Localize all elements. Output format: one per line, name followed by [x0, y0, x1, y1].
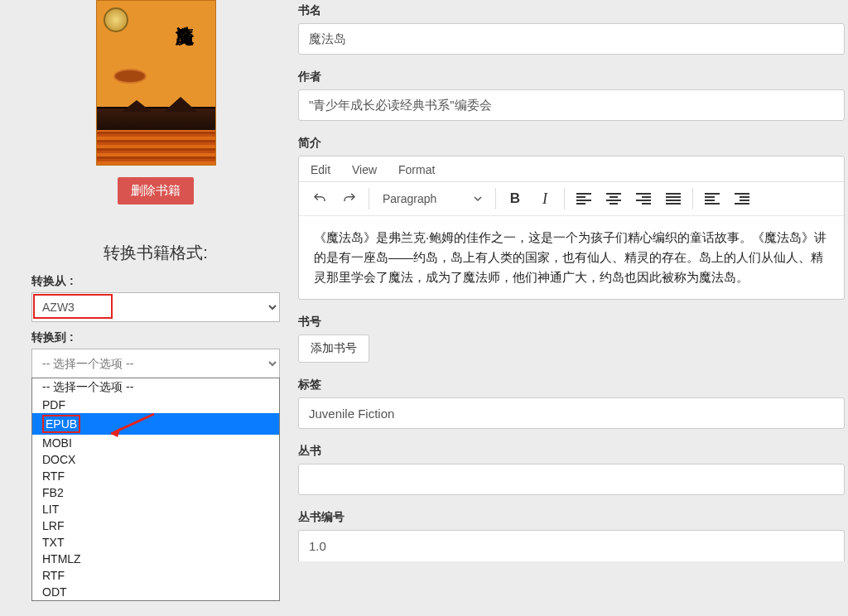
- series-no-label: 丛书编号: [298, 510, 848, 525]
- indent-icon[interactable]: [728, 185, 756, 213]
- menu-format[interactable]: Format: [398, 163, 435, 176]
- dropdown-option[interactable]: MOBI: [32, 435, 279, 451]
- delete-book-button[interactable]: 删除书籍: [118, 177, 194, 205]
- medal-icon: [104, 7, 128, 32]
- main-form: 书名 作者 简介 Edit View Format Paragr: [298, 0, 848, 561]
- dropdown-option[interactable]: HTMLZ: [32, 551, 279, 567]
- description-label: 简介: [298, 136, 848, 151]
- dropdown-option[interactable]: LRF: [32, 517, 279, 534]
- editor-toolbar: Paragraph B I: [299, 181, 844, 216]
- author-input[interactable]: [298, 89, 845, 121]
- series-input[interactable]: [298, 464, 845, 495]
- rich-text-editor: Edit View Format Paragraph B I: [298, 156, 845, 300]
- tags-label: 标签: [298, 378, 848, 392]
- author-label: 作者: [298, 70, 848, 84]
- tags-input[interactable]: [298, 397, 845, 429]
- left-sidebar: 魔法岛 删除书籍 转换书籍格式: 转换从 : AZW3 转换到 : -- 选择一…: [31, 0, 280, 378]
- align-justify-icon[interactable]: [659, 185, 687, 213]
- align-left-icon[interactable]: [570, 185, 598, 213]
- convert-to-select[interactable]: -- 选择一个选项 --: [31, 349, 280, 378]
- undo-icon[interactable]: [306, 185, 334, 213]
- redo-icon[interactable]: [335, 185, 364, 213]
- convert-from-label: 转换从 :: [31, 274, 280, 289]
- paragraph-select[interactable]: Paragraph: [374, 186, 490, 211]
- chevron-down-icon: [474, 195, 482, 203]
- dropdown-option[interactable]: DOCX: [32, 451, 279, 468]
- series-no-input[interactable]: [298, 530, 845, 561]
- dropdown-option[interactable]: RTF: [32, 567, 279, 584]
- dropdown-option[interactable]: -- 选择一个选项 --: [32, 378, 279, 397]
- align-center-icon[interactable]: [600, 185, 628, 213]
- align-right-icon[interactable]: [629, 185, 658, 213]
- dropdown-option[interactable]: TXT: [32, 534, 279, 551]
- dropdown-option-epub[interactable]: EPUB: [32, 413, 279, 435]
- convert-to-dropdown-list: -- 选择一个选项 -- PDF EPUB MOBI DOCX RTF FB2 …: [31, 378, 280, 601]
- dropdown-option[interactable]: PDF: [32, 397, 279, 413]
- dropdown-option[interactable]: ODT: [32, 584, 279, 600]
- convert-from-select[interactable]: AZW3: [31, 292, 280, 322]
- dropdown-option[interactable]: LIT: [32, 501, 279, 517]
- outdent-icon[interactable]: [698, 185, 726, 213]
- series-label: 丛书: [298, 444, 848, 459]
- book-cover: 魔法岛: [96, 0, 216, 166]
- menu-edit[interactable]: Edit: [311, 163, 330, 176]
- add-id-button[interactable]: 添加书号: [298, 334, 369, 363]
- editor-menubar: Edit View Format: [299, 156, 844, 181]
- title-label: 书名: [298, 3, 848, 18]
- bold-icon[interactable]: B: [501, 185, 529, 213]
- cover-title: 魔法岛: [172, 11, 197, 13]
- menu-view[interactable]: View: [352, 163, 377, 176]
- editor-content[interactable]: 《魔法岛》是弗兰克·鲍姆的佳作之一，这是一个为孩子们精心编织的童话故事。《魔法岛…: [299, 216, 844, 299]
- dropdown-option[interactable]: RTF: [32, 468, 279, 484]
- id-label: 书号: [298, 315, 848, 330]
- convert-heading: 转换书籍格式:: [31, 242, 280, 264]
- convert-to-label: 转换到 :: [31, 330, 280, 345]
- italic-icon[interactable]: I: [531, 185, 559, 213]
- dropdown-option[interactable]: FB2: [32, 484, 279, 501]
- title-input[interactable]: [298, 23, 845, 55]
